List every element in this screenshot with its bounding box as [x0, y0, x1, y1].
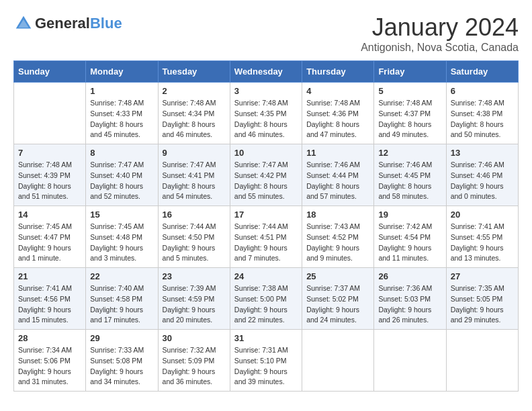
day-number: 8 — [90, 148, 153, 158]
day-info: Sunrise: 7:45 AMSunset: 4:47 PMDaylight:… — [18, 222, 72, 262]
day-info: Sunrise: 7:48 AMSunset: 4:38 PMDaylight:… — [451, 99, 504, 138]
day-info: Sunrise: 7:31 AMSunset: 5:10 PMDaylight:… — [234, 346, 288, 385]
calendar-day-cell: 9 Sunrise: 7:47 AMSunset: 4:41 PMDayligh… — [158, 144, 230, 206]
day-info: Sunrise: 7:38 AMSunset: 5:00 PMDaylight:… — [234, 284, 288, 324]
calendar-day-cell: 19 Sunrise: 7:42 AMSunset: 4:54 PMDaylig… — [374, 206, 446, 268]
day-number: 17 — [234, 210, 298, 220]
day-number: 9 — [163, 148, 226, 158]
calendar-week-row: 7 Sunrise: 7:48 AMSunset: 4:39 PMDayligh… — [14, 144, 519, 206]
day-info: Sunrise: 7:48 AMSunset: 4:39 PMDaylight:… — [18, 161, 72, 200]
day-info: Sunrise: 7:36 AMSunset: 5:03 PMDaylight:… — [378, 284, 432, 324]
calendar-week-row: 28 Sunrise: 7:34 AMSunset: 5:06 PMDaylig… — [14, 330, 519, 392]
calendar-day-cell: 25 Sunrise: 7:37 AMSunset: 5:02 PMDaylig… — [302, 268, 374, 330]
calendar-day-cell: 31 Sunrise: 7:31 AMSunset: 5:10 PMDaylig… — [230, 330, 302, 392]
calendar-day-cell: 20 Sunrise: 7:41 AMSunset: 4:55 PMDaylig… — [446, 206, 518, 268]
calendar-day-cell: 24 Sunrise: 7:38 AMSunset: 5:00 PMDaylig… — [230, 268, 302, 330]
day-info: Sunrise: 7:46 AMSunset: 4:45 PMDaylight:… — [378, 161, 432, 200]
calendar-day-cell — [374, 330, 446, 392]
calendar-day-cell: 4 Sunrise: 7:48 AMSunset: 4:36 PMDayligh… — [302, 83, 374, 144]
day-info: Sunrise: 7:43 AMSunset: 4:52 PMDaylight:… — [306, 222, 360, 262]
logo-general: General — [35, 15, 90, 32]
day-number: 23 — [163, 271, 226, 281]
calendar-day-cell: 16 Sunrise: 7:44 AMSunset: 4:50 PMDaylig… — [158, 206, 230, 268]
calendar-day-cell: 1 Sunrise: 7:48 AMSunset: 4:33 PMDayligh… — [86, 83, 158, 144]
calendar-week-row: 1 Sunrise: 7:48 AMSunset: 4:33 PMDayligh… — [14, 83, 519, 144]
calendar-day-cell — [302, 330, 374, 392]
calendar-day-cell: 14 Sunrise: 7:45 AMSunset: 4:47 PMDaylig… — [14, 206, 86, 268]
day-number: 12 — [378, 148, 441, 158]
calendar-day-cell: 29 Sunrise: 7:33 AMSunset: 5:08 PMDaylig… — [86, 330, 158, 392]
col-header-wednesday: Wednesday — [230, 61, 302, 83]
day-number: 4 — [306, 86, 369, 96]
day-number: 24 — [234, 271, 298, 281]
day-info: Sunrise: 7:41 AMSunset: 4:56 PMDaylight:… — [18, 284, 72, 324]
calendar-day-cell: 10 Sunrise: 7:47 AMSunset: 4:42 PMDaylig… — [230, 144, 302, 206]
day-number: 22 — [90, 271, 153, 281]
day-info: Sunrise: 7:47 AMSunset: 4:41 PMDaylight:… — [163, 161, 216, 200]
calendar-day-cell: 8 Sunrise: 7:47 AMSunset: 4:40 PMDayligh… — [86, 144, 158, 206]
day-number: 13 — [451, 148, 514, 158]
day-number: 29 — [90, 333, 153, 343]
day-number: 27 — [451, 271, 514, 281]
logo-blue: Blue — [90, 15, 122, 32]
day-info: Sunrise: 7:32 AMSunset: 5:09 PMDaylight:… — [163, 346, 216, 385]
day-number: 26 — [378, 271, 441, 281]
day-info: Sunrise: 7:44 AMSunset: 4:51 PMDaylight:… — [234, 222, 288, 262]
calendar-day-cell: 27 Sunrise: 7:35 AMSunset: 5:05 PMDaylig… — [446, 268, 518, 330]
calendar-day-cell: 17 Sunrise: 7:44 AMSunset: 4:51 PMDaylig… — [230, 206, 302, 268]
calendar-day-cell: 26 Sunrise: 7:36 AMSunset: 5:03 PMDaylig… — [374, 268, 446, 330]
day-number: 5 — [378, 86, 441, 96]
day-number: 14 — [18, 210, 81, 220]
day-number: 3 — [234, 86, 298, 96]
day-info: Sunrise: 7:48 AMSunset: 4:37 PMDaylight:… — [378, 99, 432, 138]
day-number: 15 — [90, 210, 153, 220]
calendar-day-cell: 3 Sunrise: 7:48 AMSunset: 4:35 PMDayligh… — [230, 83, 302, 144]
day-number: 19 — [378, 210, 441, 220]
day-number: 6 — [451, 86, 514, 96]
day-info: Sunrise: 7:44 AMSunset: 4:50 PMDaylight:… — [163, 222, 216, 262]
day-info: Sunrise: 7:33 AMSunset: 5:08 PMDaylight:… — [90, 346, 144, 385]
day-info: Sunrise: 7:48 AMSunset: 4:35 PMDaylight:… — [234, 99, 288, 138]
month-title: January 2024 — [361, 13, 519, 42]
col-header-thursday: Thursday — [302, 61, 374, 83]
col-header-saturday: Saturday — [446, 61, 518, 83]
calendar-day-cell: 23 Sunrise: 7:39 AMSunset: 4:59 PMDaylig… — [158, 268, 230, 330]
day-info: Sunrise: 7:46 AMSunset: 4:44 PMDaylight:… — [306, 161, 360, 200]
calendar-day-cell: 22 Sunrise: 7:40 AMSunset: 4:58 PMDaylig… — [86, 268, 158, 330]
logo: GeneralBlue — [13, 13, 122, 34]
day-number: 21 — [18, 271, 81, 281]
day-info: Sunrise: 7:34 AMSunset: 5:06 PMDaylight:… — [18, 346, 72, 385]
col-header-sunday: Sunday — [14, 61, 86, 83]
day-number: 25 — [306, 271, 369, 281]
day-number: 2 — [163, 86, 226, 96]
day-number: 20 — [451, 210, 514, 220]
calendar-day-cell: 30 Sunrise: 7:32 AMSunset: 5:09 PMDaylig… — [158, 330, 230, 392]
day-number: 18 — [306, 210, 369, 220]
day-info: Sunrise: 7:47 AMSunset: 4:42 PMDaylight:… — [234, 161, 288, 200]
day-number: 11 — [306, 148, 369, 158]
day-number: 7 — [18, 148, 81, 158]
calendar-day-cell: 21 Sunrise: 7:41 AMSunset: 4:56 PMDaylig… — [14, 268, 86, 330]
day-info: Sunrise: 7:35 AMSunset: 5:05 PMDaylight:… — [451, 284, 504, 324]
day-info: Sunrise: 7:48 AMSunset: 4:34 PMDaylight:… — [163, 99, 216, 138]
day-info: Sunrise: 7:47 AMSunset: 4:40 PMDaylight:… — [90, 161, 144, 200]
day-info: Sunrise: 7:46 AMSunset: 4:46 PMDaylight:… — [451, 161, 504, 200]
calendar-day-cell — [446, 330, 518, 392]
calendar-day-cell: 2 Sunrise: 7:48 AMSunset: 4:34 PMDayligh… — [158, 83, 230, 144]
day-info: Sunrise: 7:48 AMSunset: 4:36 PMDaylight:… — [306, 99, 360, 138]
calendar-day-cell: 18 Sunrise: 7:43 AMSunset: 4:52 PMDaylig… — [302, 206, 374, 268]
calendar-day-cell: 11 Sunrise: 7:46 AMSunset: 4:44 PMDaylig… — [302, 144, 374, 206]
title-block: January 2024 Antigonish, Nova Scotia, Ca… — [361, 13, 519, 54]
day-info: Sunrise: 7:40 AMSunset: 4:58 PMDaylight:… — [90, 284, 144, 324]
day-info: Sunrise: 7:48 AMSunset: 4:33 PMDaylight:… — [90, 99, 144, 138]
day-info: Sunrise: 7:42 AMSunset: 4:54 PMDaylight:… — [378, 222, 432, 262]
day-number: 31 — [234, 333, 298, 343]
calendar-week-row: 21 Sunrise: 7:41 AMSunset: 4:56 PMDaylig… — [14, 268, 519, 330]
day-number: 10 — [234, 148, 298, 158]
day-number: 28 — [18, 333, 81, 343]
calendar-day-cell: 28 Sunrise: 7:34 AMSunset: 5:06 PMDaylig… — [14, 330, 86, 392]
calendar-day-cell: 7 Sunrise: 7:48 AMSunset: 4:39 PMDayligh… — [14, 144, 86, 206]
col-header-tuesday: Tuesday — [158, 61, 230, 83]
day-info: Sunrise: 7:41 AMSunset: 4:55 PMDaylight:… — [451, 222, 504, 262]
calendar-header-row: SundayMondayTuesdayWednesdayThursdayFrid… — [14, 61, 519, 83]
